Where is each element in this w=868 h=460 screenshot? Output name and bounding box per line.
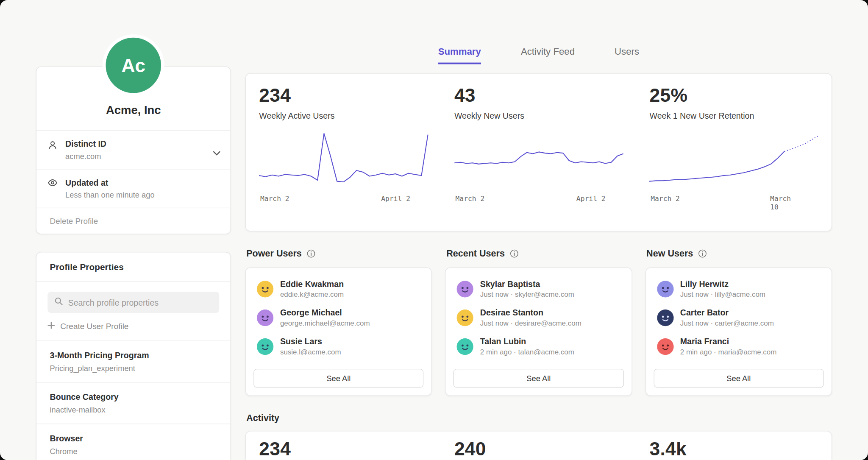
new-users-heading: New Users [646, 248, 832, 259]
create-user-profile-label: Create User Profile [60, 322, 128, 331]
power-users-title: Power Users [246, 248, 302, 259]
user-avatar [657, 309, 673, 326]
user-avatar [257, 309, 273, 326]
user-subtext: Just now · skyler@acme.com [480, 290, 574, 298]
week1-retention-chart [650, 129, 818, 191]
recent-users-heading: Recent Users [446, 248, 632, 259]
user-avatar [257, 281, 273, 297]
field-label: Updated at [65, 178, 154, 187]
new-users-card: Lilly Herwitz Just now · lilly@acme.com … [645, 268, 832, 396]
user-row[interactable]: Skylar Baptista Just now · skyler@acme.c… [453, 279, 623, 298]
chart-x-axis: March 2 April 2 [259, 194, 428, 205]
user-row[interactable]: Lilly Herwitz Just now · lilly@acme.com [654, 279, 823, 298]
user-row[interactable]: George Michael george.michael@acme.com [253, 308, 423, 327]
face-icon [657, 281, 673, 297]
stat-label: Weekly New Users [454, 111, 623, 120]
face-icon [457, 281, 473, 297]
property-value: Chrome [50, 447, 217, 456]
user-name: Desirae Stanton [480, 308, 581, 317]
plus-icon [47, 322, 55, 331]
user-name: Maria Franci [680, 337, 777, 346]
power-users-heading: Power Users [246, 248, 432, 259]
search-input[interactable] [68, 298, 213, 307]
property-value: Pricing_plan_experiment [50, 364, 217, 373]
user-avatar [457, 281, 473, 297]
x-tick: March 2 [651, 194, 680, 203]
activity-section-title: Activity [246, 413, 832, 423]
user-avatar [457, 309, 473, 326]
field-label: Distinct ID [65, 139, 106, 148]
property-label: 3-Month Pricing Program [50, 351, 217, 360]
see-all-button[interactable]: See All [654, 369, 823, 388]
user-name: Talan Lubin [480, 337, 574, 346]
user-row[interactable]: Susie Lars susie.l@acme.com [253, 337, 423, 356]
stat-value: 234 [259, 85, 428, 106]
chevron-down-icon[interactable] [213, 148, 220, 158]
x-tick: April 2 [576, 194, 606, 203]
user-avatar [657, 281, 673, 297]
user-row[interactable]: Carter Bator Just now · carter@acme.com [654, 308, 823, 327]
stat-value: 240 [454, 438, 623, 460]
field-value: Less than one minute ago [65, 190, 154, 199]
property-row[interactable]: 3-Month Pricing Program Pricing_plan_exp… [36, 340, 230, 382]
user-row[interactable]: Talan Lubin 2 min ago · talan@acme.com [453, 337, 623, 356]
x-tick: March 2 [260, 194, 289, 203]
info-icon[interactable] [510, 249, 519, 258]
user-row[interactable]: Eddie Kwakman eddie.k@acme.com [253, 279, 423, 298]
main-content: Summary Activity Feed Users 234 Weekly A… [245, 47, 832, 460]
stat-label: Week 1 New User Retention [650, 111, 818, 120]
see-all-button[interactable]: See All [453, 369, 623, 388]
stat-value: 43 [454, 85, 623, 106]
search-icon [54, 297, 63, 308]
tab-summary[interactable]: Summary [438, 47, 481, 64]
face-icon [257, 281, 273, 297]
user-lists-row: Power Users [245, 248, 832, 396]
user-row[interactable]: Desirae Stanton Just now · desirare@acme… [453, 308, 623, 327]
distinct-id-row[interactable]: Distinct ID acme.com [36, 130, 230, 169]
info-icon[interactable] [307, 249, 316, 258]
weekly-new-users-chart [454, 129, 623, 191]
profile-properties-card: Profile Properties Create User Profile [36, 252, 231, 460]
property-value: inactive-mailbox [50, 405, 217, 414]
tab-bar: Summary Activity Feed Users [245, 47, 832, 64]
weekly-active-users-chart [259, 129, 428, 191]
user-name: Eddie Kwakman [280, 279, 344, 288]
recent-users-section: Recent Users [445, 248, 632, 396]
face-icon [257, 338, 273, 354]
face-icon [257, 309, 273, 326]
info-icon[interactable] [698, 249, 707, 258]
tab-users[interactable]: Users [615, 47, 639, 64]
user-avatar [657, 338, 673, 354]
recent-users-card: Skylar Baptista Just now · skyler@acme.c… [445, 268, 632, 396]
activity-stat: 240 [441, 431, 637, 460]
app-window: Ac Acme, Inc Distinct ID acme.com [0, 0, 868, 460]
company-avatar: Ac [106, 38, 161, 93]
profile-properties-search[interactable] [47, 292, 219, 313]
property-row[interactable]: Bounce Category inactive-mailbox [36, 382, 230, 424]
create-user-profile-button[interactable]: Create User Profile [47, 322, 219, 331]
user-name: Carter Bator [680, 308, 774, 317]
power-users-card: Eddie Kwakman eddie.k@acme.com George Mi… [245, 268, 432, 396]
delete-profile-button[interactable]: Delete Profile [36, 208, 230, 234]
user-subtext: 2 min ago · maria@acme.com [680, 348, 777, 356]
user-row[interactable]: Maria Franci 2 min ago · maria@acme.com [654, 337, 823, 356]
chart-x-axis: March 2 April 2 [454, 194, 623, 205]
x-tick: April 2 [381, 194, 410, 203]
property-label: Browser [50, 434, 217, 443]
face-icon [657, 309, 673, 326]
user-name: Skylar Baptista [480, 279, 574, 288]
user-name: George Michael [280, 308, 370, 317]
recent-users-title: Recent Users [446, 248, 505, 259]
summary-stats-card: 234 Weekly Active Users March 2 April 2 … [245, 73, 832, 231]
profile-sidebar: Ac Acme, Inc Distinct ID acme.com [36, 38, 231, 460]
tab-activity-feed[interactable]: Activity Feed [521, 47, 575, 64]
see-all-button[interactable]: See All [253, 369, 423, 388]
activity-stats-card: 234 240 3.4k [245, 431, 832, 460]
user-subtext: Just now · desirare@acme.com [480, 319, 581, 327]
profile-properties-title: Profile Properties [36, 253, 230, 282]
stat-value: 3.4k [650, 438, 818, 460]
property-row[interactable]: Browser Chrome [36, 424, 230, 460]
user-subtext: 2 min ago · talan@acme.com [480, 348, 574, 356]
stat-week1-retention: 25% Week 1 New User Retention March 2 Ma… [636, 74, 832, 231]
user-name: Susie Lars [280, 337, 341, 346]
